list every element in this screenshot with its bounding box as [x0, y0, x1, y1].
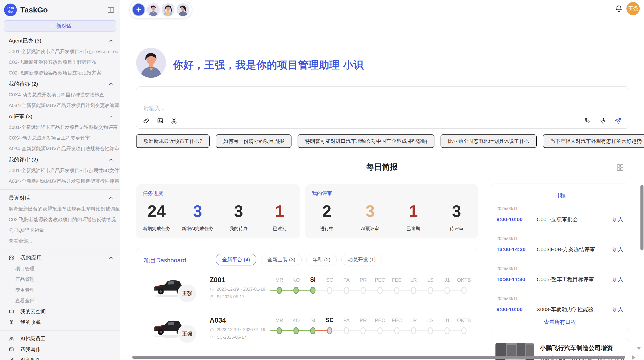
app-item[interactable]: 查看全部...: [0, 295, 120, 306]
milestone-dot: [344, 287, 349, 294]
assistant-avatar: [136, 48, 166, 78]
notification-bell-icon[interactable]: [614, 4, 623, 13]
suggestion-chip[interactable]: 比亚迪全固态电池计划具体说了什么: [441, 134, 537, 148]
stat-value: 3: [452, 203, 461, 219]
milestone-label: MR: [275, 318, 283, 323]
join-link[interactable]: 加入: [612, 216, 623, 223]
suggestion-chip[interactable]: 当下年轻人对汽车外观有怎样的喜好趋势: [543, 134, 644, 148]
join-link[interactable]: 加入: [612, 276, 623, 283]
milestone-label: PA: [343, 277, 349, 283]
new-chat-button[interactable]: 新对话: [4, 20, 116, 32]
logo-text-1: Task: [7, 6, 14, 10]
divider: [0, 330, 120, 331]
chevron-up-icon[interactable]: [108, 81, 114, 87]
join-link[interactable]: 加入: [612, 246, 623, 253]
sidebar-item[interactable]: C02-飞腾新能源轻客改款项目立项汇报方案: [0, 68, 120, 78]
sidebar-item[interactable]: A034-全新新能源MUV产品开发项目法规符合性评审: [0, 143, 120, 154]
greeting-title: 你好，王强，我是你的项目管理助理 小识: [173, 58, 364, 72]
stat-label: 新增AI完成任务: [182, 226, 213, 232]
microphone-icon[interactable]: [599, 117, 606, 124]
project-code[interactable]: A034: [210, 317, 226, 324]
sidebar-item[interactable]: C0X4-动力总成开发项目工程变更评审: [0, 133, 120, 143]
dashboard-tab[interactable]: 动总开发 (1): [341, 254, 382, 265]
sidebar-item[interactable]: Z001-全新燃油轻卡产品开发项目SI造型提交物评审: [0, 122, 120, 133]
chevron-up-icon[interactable]: [108, 38, 114, 43]
chevron-up-icon[interactable]: [108, 255, 114, 261]
project-code[interactable]: Z001: [210, 276, 225, 284]
sidebar-tool-pen[interactable]: 创意制图: [0, 355, 120, 360]
screenshot-scissors-icon[interactable]: [170, 117, 178, 124]
join-link[interactable]: 加入: [612, 306, 623, 313]
sidebar-logo-row: Task Go TaskGo: [0, 0, 120, 16]
send-icon[interactable]: [614, 117, 622, 124]
suggestion-chip[interactable]: 如何写一份清晰的项目周报: [216, 134, 291, 148]
sidebar-item[interactable]: A034-全新新能源MUV产品开发项目造型可行性评审: [0, 176, 120, 187]
chevron-up-icon[interactable]: [108, 157, 114, 162]
milestone-dot: [445, 327, 450, 334]
collapse-sidebar-icon[interactable]: [107, 6, 115, 14]
suggestion-chip[interactable]: 特朗普可能对进口汽车增税会对中国车企造成哪些影响: [298, 134, 434, 148]
stat-label: 已逾期: [273, 226, 286, 232]
recent-chat-item[interactable]: 公司Q3轻卡销量: [0, 225, 120, 236]
main-area: 王强 你好，王强，我是你的项目管理助理 小识 请输入...: [120, 0, 644, 360]
image-upload-icon[interactable]: [157, 117, 164, 124]
project-flag-date: SC-2025-05-17: [210, 335, 246, 340]
sidebar-sections: Agent已办 (3)Z001-全新燃油皮卡产品开发项目SI节点Lesson L…: [0, 35, 120, 360]
logo-text-2: Go: [8, 10, 13, 13]
milestone-label: MR: [275, 277, 283, 283]
teammate-avatar[interactable]: [147, 3, 160, 16]
app-item[interactable]: 项目管理: [0, 263, 120, 274]
sidebar-link-cloud[interactable]: 我的云空间: [0, 306, 120, 317]
stat-value: 3: [234, 203, 243, 219]
chat-input[interactable]: 请输入...: [136, 86, 629, 129]
dashboard-tab[interactable]: 全新平台 (4): [216, 254, 256, 265]
stat-value: 1: [409, 203, 418, 219]
stat-label: 待评审: [450, 226, 463, 232]
milestone-label: SC: [326, 277, 333, 283]
section-title: 最近对话: [9, 194, 30, 202]
teammate-avatar[interactable]: [177, 3, 189, 16]
teammate-avatar[interactable]: [162, 3, 174, 16]
vertical-scrollbar-thumb[interactable]: [640, 185, 643, 250]
section-title: 我的评审 (2): [9, 156, 38, 163]
clock-icon: [210, 287, 214, 292]
sidebar-item[interactable]: A034-全新新能源MUV产品开发项目计划变更表编写: [0, 100, 120, 111]
sidebar-link-star[interactable]: 我的收藏: [0, 317, 120, 327]
milestone-track-done: [270, 290, 313, 291]
sidebar-item[interactable]: C0X4-动力总成开发项目SI里程碑提交物检查: [0, 89, 120, 100]
user-avatar[interactable]: 王强: [626, 2, 640, 15]
stat: 1已逾期: [259, 199, 300, 236]
dashboard-tab[interactable]: 年型 (2): [306, 254, 337, 265]
phone-call-icon[interactable]: [584, 117, 591, 124]
sidebar-item[interactable]: C02-飞腾新能源轻客改款项目里程碑画布: [0, 57, 120, 68]
recent-chat-item[interactable]: 解释最新出台的欧盟报废车法规再生塑料比例被调至15%...: [0, 204, 120, 214]
view-all-schedule-link[interactable]: 查看所有日程: [490, 319, 630, 326]
attach-icon[interactable]: [143, 117, 150, 124]
sidebar-item[interactable]: Z001-全新燃油轻卡产品开发项目SI节点属性5D文件评审: [0, 165, 120, 176]
milestone-label: PEC: [375, 318, 385, 323]
app-item[interactable]: 变更管理: [0, 285, 120, 295]
add-member-button[interactable]: [132, 3, 145, 16]
scroll-right-arrow-icon[interactable]: [632, 355, 636, 359]
sidebar-tool-image[interactable]: 帮我写作: [0, 344, 120, 355]
stat-value: 3: [193, 203, 202, 219]
layout-grid-icon[interactable]: [616, 163, 624, 172]
recent-chat-item[interactable]: 查看全部...: [0, 236, 120, 246]
dashboard-tab[interactable]: 全新上装 (3): [261, 254, 302, 265]
sidebar-tool-team[interactable]: AI超级员工: [0, 333, 120, 344]
suggestion-chip[interactable]: 欧洲新规最近颁布了什么?: [136, 134, 210, 148]
scroll-down-arrow-icon[interactable]: [637, 347, 641, 350]
stat-label: 我的待办: [229, 226, 248, 232]
sidebar-item[interactable]: Z001-全新燃油皮卡产品开发项目SI节点Lesson Learn报告: [0, 46, 120, 57]
milestone-dot: [377, 327, 383, 334]
chevron-up-icon[interactable]: [108, 195, 114, 201]
recent-chat-item[interactable]: C02-飞腾新能源轻客改款项目的闭环通告反馈情况: [0, 214, 120, 225]
section-title: 我的应用: [20, 254, 42, 261]
app-item[interactable]: 产品管理: [0, 274, 120, 285]
dashboard-title: 项目Dashboard: [144, 256, 186, 264]
milestone-dot: [411, 287, 416, 294]
chevron-up-icon[interactable]: [108, 114, 114, 119]
horizontal-scrollbar-thumb[interactable]: [132, 356, 625, 359]
milestone-dot: [310, 327, 316, 334]
input-placeholder: 请输入...: [143, 104, 165, 112]
